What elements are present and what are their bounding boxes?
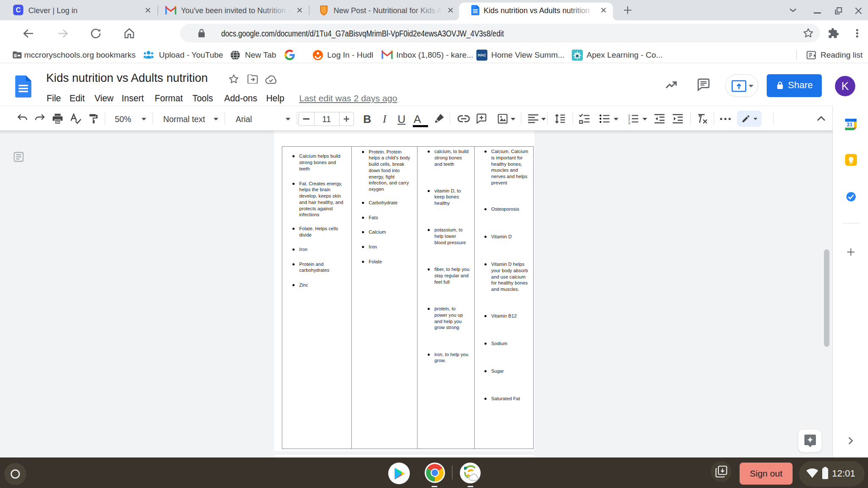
svg-text:3: 3 bbox=[628, 121, 630, 124]
